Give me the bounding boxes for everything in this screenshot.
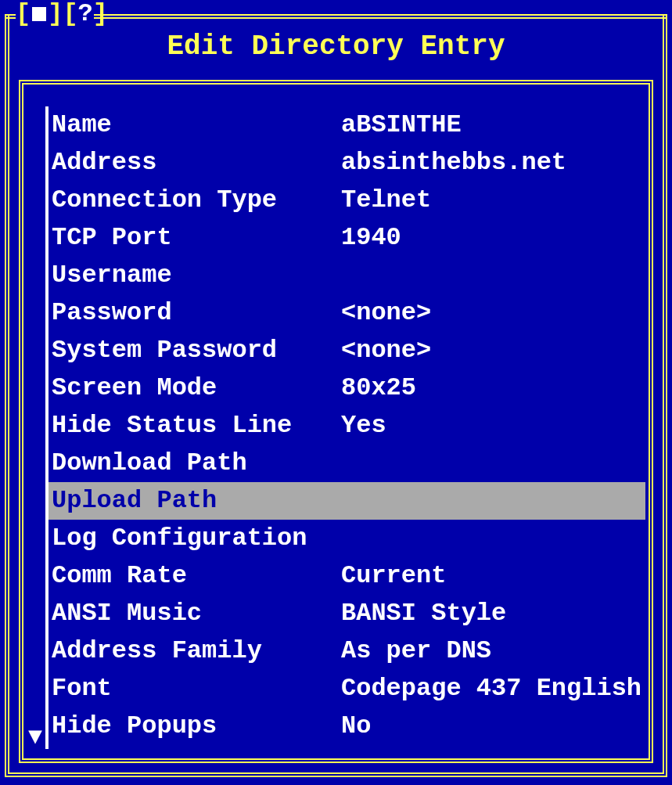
field-row[interactable]: ANSI MusicBANSI Style xyxy=(49,595,645,632)
field-row[interactable]: Hide PopupsNo xyxy=(49,708,645,745)
field-label: System Password xyxy=(52,338,341,363)
field-label: Username xyxy=(52,263,341,288)
field-label: Connection Type xyxy=(52,188,341,213)
field-label: Upload Path xyxy=(52,488,341,513)
field-row[interactable]: NameaBSINTHE xyxy=(49,106,645,144)
close-icon[interactable] xyxy=(32,7,46,21)
field-value: <none> xyxy=(341,338,645,363)
field-value: Telnet xyxy=(341,188,645,213)
titlebar-controls: [][?] xyxy=(16,0,108,28)
field-row[interactable]: Address FamilyAs per DNS xyxy=(49,632,645,670)
bracket: [ xyxy=(16,2,31,27)
field-value: Current xyxy=(341,564,645,589)
field-row[interactable]: Log Configuration xyxy=(49,520,645,557)
field-value: Codepage 437 English xyxy=(341,676,645,701)
field-value: No xyxy=(341,714,645,739)
field-value: 80x25 xyxy=(341,376,645,401)
field-value: aBSINTHE xyxy=(341,113,645,138)
field-row[interactable]: Upload Path xyxy=(49,482,645,520)
window-title: Edit Directory Entry xyxy=(0,33,672,61)
field-label: Font xyxy=(52,676,341,701)
bracket: ] xyxy=(48,2,63,27)
field-value: absinthebbs.net xyxy=(341,150,645,175)
field-value: Yes xyxy=(341,413,645,438)
field-row[interactable]: Addressabsinthebbs.net xyxy=(49,144,645,182)
field-value: <none> xyxy=(341,301,645,326)
field-label: Hide Popups xyxy=(52,714,341,739)
field-label: TCP Port xyxy=(52,225,341,250)
field-row[interactable]: Password<none> xyxy=(49,294,645,332)
field-row[interactable]: System Password<none> xyxy=(49,332,645,369)
field-label: ANSI Music xyxy=(52,601,341,626)
field-label: Log Configuration xyxy=(52,526,341,551)
window: [][?] Edit Directory Entry NameaBSINTHEA… xyxy=(0,0,672,785)
field-row[interactable]: FontCodepage 437 English xyxy=(49,670,645,708)
field-list[interactable]: NameaBSINTHEAddressabsinthebbs.netConnec… xyxy=(49,106,645,745)
field-row[interactable]: Comm RateCurrent xyxy=(49,557,645,595)
field-row[interactable]: TCP Port1940 xyxy=(49,219,645,257)
field-value: BANSI Style xyxy=(341,601,645,626)
field-label: Screen Mode xyxy=(52,376,341,401)
scroll-down-icon[interactable]: ▼ xyxy=(28,726,42,749)
content-area: NameaBSINTHEAddressabsinthebbs.netConnec… xyxy=(27,92,645,755)
help-icon[interactable]: ? xyxy=(78,2,93,27)
field-label: Password xyxy=(52,301,341,326)
field-value: As per DNS xyxy=(341,639,645,664)
field-row[interactable]: Screen Mode80x25 xyxy=(49,369,645,407)
field-row[interactable]: Username xyxy=(49,257,645,294)
field-label: Address Family xyxy=(52,639,341,664)
field-label: Hide Status Line xyxy=(52,413,341,438)
field-label: Name xyxy=(52,113,341,138)
field-label: Address xyxy=(52,150,341,175)
bracket: ] xyxy=(93,2,108,27)
field-label: Download Path xyxy=(52,451,341,476)
field-row[interactable]: Download Path xyxy=(49,445,645,482)
field-value: 1940 xyxy=(341,225,645,250)
field-row[interactable]: Connection TypeTelnet xyxy=(49,182,645,219)
bracket: [ xyxy=(63,2,77,27)
field-row[interactable]: Hide Status LineYes xyxy=(49,407,645,445)
field-label: Comm Rate xyxy=(52,564,341,589)
